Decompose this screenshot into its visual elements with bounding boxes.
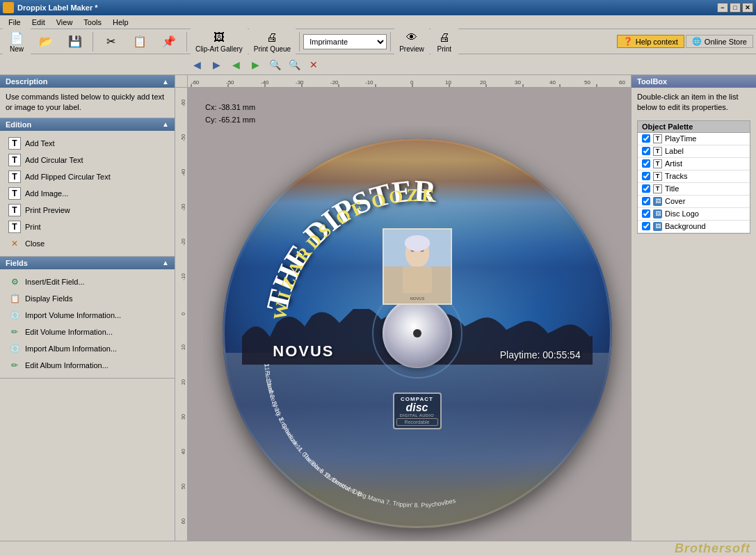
nav-right2-button[interactable]: ▶ — [246, 56, 264, 73]
svg-text:50: 50 — [181, 484, 186, 489]
zoom-out-button[interactable]: 🔍 — [285, 56, 303, 73]
new-icon: 📄 — [9, 30, 24, 45]
fields-content: ⚙ Insert/Edit Field... 📋 Display Fields … — [0, 269, 175, 378]
artist-type-icon: T — [653, 159, 662, 168]
preview-button[interactable]: 👁 Preview — [394, 28, 429, 55]
help-button[interactable]: ❓ Help context — [617, 35, 684, 48]
title-checkbox[interactable] — [642, 184, 650, 193]
cut-button[interactable]: ✂ — [97, 32, 124, 51]
edition-header[interactable]: Edition ▲ — [0, 118, 175, 131]
save-button[interactable]: 💾 — [61, 32, 89, 51]
svg-text:-20: -20 — [181, 239, 186, 246]
fields-collapse[interactable]: ▲ — [162, 259, 169, 267]
ruler-v-svg: -60 -50 -40 -30 -20 -10 0 10 20 30 40 50… — [175, 88, 188, 540]
palette-header: Object Palette — [638, 121, 750, 133]
playtime-checkbox[interactable] — [642, 134, 650, 143]
toolbar: 📄 New 📂 💾 ✂ 📋 📌 🖼 Clip-Art Gallery 🖨 Pri… — [0, 29, 756, 54]
delete-button[interactable]: ✕ — [305, 56, 323, 73]
menu-view[interactable]: View — [51, 17, 79, 28]
close-button[interactable]: ✕ — [742, 3, 753, 13]
background-checkbox[interactable] — [642, 222, 650, 230]
close-item[interactable]: ✕ Close — [6, 235, 169, 252]
label-checkbox[interactable] — [642, 147, 650, 155]
menu-file[interactable]: File — [3, 17, 26, 28]
import-album-item[interactable]: 💿 Import Album Information... — [6, 340, 169, 357]
palette-item-playtime[interactable]: T PlayTime — [638, 133, 750, 145]
svg-text:11 9. Zambeezy 10. Emphasize 1: 11 9. Zambeezy 10. Emphasize 11. The Bon… — [263, 363, 362, 498]
label-type-icon: T — [653, 147, 662, 156]
cut-icon: ✂ — [103, 34, 118, 49]
nav-left2-button[interactable]: ◀ — [227, 56, 245, 73]
svg-text:10: 10 — [445, 79, 451, 86]
description-header[interactable]: Description ▲ — [0, 75, 175, 88]
paste-button[interactable]: 📌 — [155, 32, 183, 51]
palette-item-artist[interactable]: T Artist — [638, 158, 750, 170]
zoom-in-button[interactable]: 🔍 — [266, 56, 284, 73]
open-icon: 📂 — [38, 34, 54, 49]
print-preview-item[interactable]: T Print Preview — [6, 202, 169, 219]
svg-text:40: 40 — [181, 449, 186, 454]
print-queue-button[interactable]: 🖨 Print Queue — [249, 28, 296, 55]
add-circular-text-item[interactable]: T Add Circular Text — [6, 152, 169, 168]
nav-right-blue-button[interactable]: ▶ — [207, 56, 225, 73]
fields-section: Fields ▲ ⚙ Insert/Edit Field... 📋 Displa… — [0, 257, 175, 379]
add-image-item[interactable]: T Add Image... — [6, 185, 169, 202]
menu-tools[interactable]: Tools — [78, 17, 107, 28]
svg-text:-60: -60 — [191, 79, 200, 86]
printer-select[interactable]: Imprimante — [303, 34, 387, 49]
cover-checkbox[interactable] — [642, 197, 650, 205]
svg-text:-40: -40 — [181, 169, 186, 176]
titlebar: Droppix Label Maker * − □ ✕ — [0, 0, 756, 15]
print-preview-icon: T — [8, 204, 21, 216]
brothersoft-text: Brother — [675, 541, 725, 555]
palette-item-label[interactable]: T Label — [638, 145, 750, 158]
import-volume-item[interactable]: 💿 Import Volume Information... — [6, 307, 169, 324]
minimize-button[interactable]: − — [717, 3, 728, 13]
palette-item-disc-logo[interactable]: 🖼 Disc Logo — [638, 208, 750, 221]
description-collapse[interactable]: ▲ — [162, 78, 169, 86]
insert-field-item[interactable]: ⚙ Insert/Edit Field... — [6, 273, 169, 290]
edit-album-icon: ✏ — [8, 359, 21, 372]
add-image-icon: T — [8, 187, 21, 200]
help-icon: ❓ — [623, 37, 633, 46]
edition-section: Edition ▲ T Add Text T Add Circular Text… — [0, 118, 175, 257]
tracks-checkbox[interactable] — [642, 172, 650, 180]
add-flipped-circular-text-item[interactable]: T Add Flipped Circular Text — [6, 168, 169, 185]
edit-album-item[interactable]: ✏ Edit Album Information... — [6, 357, 169, 374]
palette-item-background[interactable]: 🖼 Background — [638, 221, 750, 233]
maximize-button[interactable]: □ — [730, 3, 741, 13]
menu-help[interactable]: Help — [107, 17, 134, 28]
online-icon: 🌐 — [692, 37, 702, 46]
palette-item-tracks[interactable]: T Tracks — [638, 170, 750, 183]
display-fields-item[interactable]: 📋 Display Fields — [6, 290, 169, 307]
description-section: Description ▲ Use commands listed below … — [0, 75, 175, 118]
cd-title-svg: THE DIPSTER WIZARDS OF OOZE 1. Fuzzball … — [223, 138, 612, 528]
online-store-button[interactable]: 🌐 Online Store — [686, 35, 753, 48]
print-button[interactable]: 🖨 Print — [431, 28, 458, 55]
disc-logo-checkbox[interactable] — [642, 209, 650, 218]
palette-item-title[interactable]: T Title — [638, 183, 750, 196]
edit-volume-item[interactable]: ✏ Edit Volume Information... — [6, 324, 169, 340]
open-button[interactable]: 📂 — [32, 32, 60, 51]
fields-header[interactable]: Fields ▲ — [0, 257, 175, 269]
print-item[interactable]: T Print — [6, 219, 169, 235]
menu-edit[interactable]: Edit — [26, 17, 51, 28]
nav-left-button[interactable]: ◀ — [188, 56, 206, 73]
edition-collapse[interactable]: ▲ — [162, 120, 169, 128]
new-button[interactable]: 📄 New — [3, 28, 31, 55]
artist-checkbox[interactable] — [642, 159, 650, 168]
paste-icon: 📌 — [161, 34, 177, 49]
ruler-horizontal: -60 -50 -40 -30 -20 -10 0 10 20 30 — [188, 75, 631, 88]
copy-button[interactable]: 📋 — [126, 32, 154, 51]
palette-item-cover[interactable]: 🖼 Cover — [638, 196, 750, 208]
cd-disc[interactable]: THE DIPSTER WIZARDS OF OOZE 1. Fuzzball … — [223, 138, 612, 528]
svg-text:50: 50 — [584, 79, 590, 86]
import-volume-icon: 💿 — [8, 309, 21, 321]
svg-text:20: 20 — [480, 79, 486, 86]
print-item-icon: T — [8, 221, 21, 233]
edition-content: T Add Text T Add Circular Text T Add Fli… — [0, 131, 175, 256]
separator3 — [299, 32, 300, 51]
object-palette: Object Palette T PlayTime T Label T Arti… — [637, 120, 750, 234]
add-text-item[interactable]: T Add Text — [6, 135, 169, 152]
clipart-button[interactable]: 🖼 Clip-Art Gallery — [191, 28, 248, 55]
